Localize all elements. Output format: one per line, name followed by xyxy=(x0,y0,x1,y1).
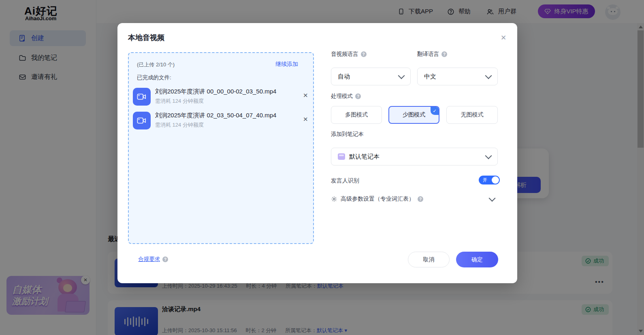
advanced-settings-label: 高级参数设置（专业词汇表） xyxy=(341,195,414,203)
help-icon[interactable]: ? xyxy=(441,51,447,57)
notebook-icon xyxy=(338,153,345,160)
remove-file-icon[interactable]: ✕ xyxy=(303,92,308,99)
process-mode-label: 处理模式 ? xyxy=(331,93,361,100)
remove-file-icon[interactable]: ✕ xyxy=(303,116,308,123)
help-icon[interactable]: ? xyxy=(162,257,168,262)
advanced-settings-row[interactable]: 高级参数设置（专业词汇表） ? xyxy=(331,195,498,203)
file-quota: 需消耗 124 分钟额度 xyxy=(155,98,204,105)
notebook-select[interactable]: 默认笔记本 xyxy=(331,148,498,165)
mode-label: 多图模式 xyxy=(345,111,368,119)
toggle-state-text: 开 xyxy=(483,177,487,183)
cancel-button[interactable]: 取消 xyxy=(408,252,450,267)
chevron-down-icon xyxy=(485,72,492,79)
speaker-row: 发言人识别 开 xyxy=(331,177,498,184)
mode-option-no-image[interactable]: 无图模式 xyxy=(446,106,498,124)
compliance-link[interactable]: 合规要求 xyxy=(138,256,160,263)
gear-icon xyxy=(331,196,337,202)
app-root: Ai好记 AihaoJi.com 创建 我的笔记 邀请有礼 下载APP 帮助 用… xyxy=(0,0,644,335)
toggle-knob xyxy=(492,176,499,184)
translate-language-label: 翻译语言 ? xyxy=(417,51,447,58)
chevron-down-icon xyxy=(398,72,405,79)
notebook-label: 添加到笔记本 xyxy=(331,131,364,138)
label-text: 音视频语言 xyxy=(331,51,358,58)
video-file-icon xyxy=(133,88,151,106)
mode-option-multi-image[interactable]: 多图模式 xyxy=(331,106,382,124)
mode-option-few-image[interactable]: 少图模式 ✓ xyxy=(388,106,439,124)
selected-check-icon: ✓ xyxy=(431,107,439,115)
add-more-link[interactable]: 继续添加 xyxy=(275,61,298,68)
media-language-label: 音视频语言 ? xyxy=(331,51,367,58)
file-name: 刘润2025年度演讲 00_00_00-02_03_50.mp4 xyxy=(155,88,276,95)
upload-counter: (已上传 2/10 个) xyxy=(137,61,175,68)
select-value: 默认笔记本 xyxy=(349,153,486,161)
media-language-select[interactable]: 自动 xyxy=(331,68,411,85)
speaker-label: 发言人识别 xyxy=(331,177,359,184)
local-media-modal: 本地音视频 ✕ (已上传 2/10 个) 继续添加 已完成的文件: 刘润2025… xyxy=(117,23,517,283)
label-text: 处理模式 xyxy=(331,93,353,100)
mode-label: 无图模式 xyxy=(461,111,484,119)
label-text: 翻译语言 xyxy=(417,51,439,58)
mode-label: 少图模式 xyxy=(403,111,425,119)
compliance-row: 合规要求 ? xyxy=(138,256,168,263)
help-icon[interactable]: ? xyxy=(418,196,423,202)
uploaded-file-item: 刘润2025年度演讲 00_00_00-02_03_50.mp4 需消耗 124… xyxy=(133,87,310,108)
chevron-down-icon xyxy=(485,153,492,159)
file-quota: 需消耗 124 分钟额度 xyxy=(155,121,204,129)
confirm-button[interactable]: 确定 xyxy=(456,252,498,267)
select-value: 自动 xyxy=(338,73,399,81)
help-icon[interactable]: ? xyxy=(355,93,361,99)
translate-language-select[interactable]: 中文 xyxy=(417,68,498,85)
file-name: 刘润2025年度演讲 02_03_50-04_07_40.mp4 xyxy=(155,112,276,119)
modal-close-icon[interactable]: ✕ xyxy=(501,34,506,42)
chevron-down-icon xyxy=(489,195,496,202)
video-file-icon xyxy=(133,112,151,129)
speaker-toggle[interactable]: 开 xyxy=(479,176,500,184)
modal-title: 本地音视频 xyxy=(128,33,164,42)
select-value: 中文 xyxy=(424,73,486,81)
help-icon[interactable]: ? xyxy=(361,51,367,57)
uploaded-file-item: 刘润2025年度演讲 02_03_50-04_07_40.mp4 需消耗 124… xyxy=(133,111,310,132)
completed-files-label: 已完成的文件: xyxy=(137,74,171,81)
upload-dropzone[interactable]: (已上传 2/10 个) 继续添加 已完成的文件: 刘润2025年度演讲 00_… xyxy=(128,52,314,244)
